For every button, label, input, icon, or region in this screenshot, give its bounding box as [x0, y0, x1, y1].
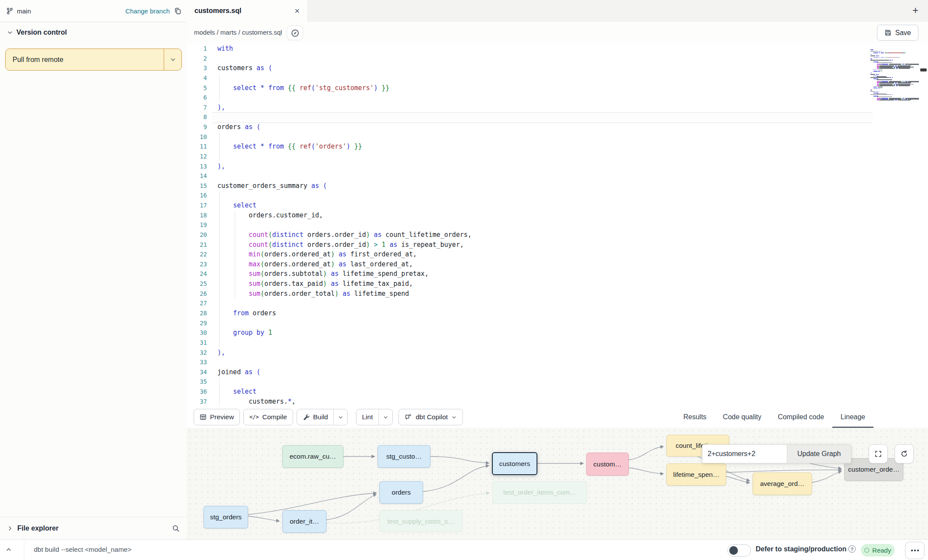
tab-customers-sql[interactable]: customers.sql ×	[187, 0, 308, 22]
line-number: 18	[187, 210, 207, 220]
tab-results[interactable]: Results	[675, 406, 715, 428]
code-line-15: 15customer_orders_summary as (	[187, 181, 928, 191]
line-number: 36	[187, 387, 207, 397]
code-line-34: 34joined as (	[187, 367, 928, 377]
chevron-right-icon	[7, 525, 13, 531]
line-number: 3	[187, 63, 207, 73]
help-icon[interactable]: ?	[848, 545, 856, 553]
minimap[interactable]	[870, 44, 919, 100]
lineage-node-customers[interactable]: customers	[492, 452, 537, 475]
copy-icon[interactable]	[174, 7, 181, 15]
code-line-14: 14	[187, 171, 928, 181]
line-number: 33	[187, 357, 207, 367]
code-line-6: 6	[187, 93, 928, 103]
code-line-16: 16	[187, 191, 928, 201]
wrench-icon	[303, 414, 310, 421]
code-line-25: 25 sum(orders.tax_paid) as lifetime_tax_…	[187, 279, 928, 289]
toggle-knob	[729, 546, 738, 555]
defer-toggle[interactable]	[728, 544, 751, 557]
code-line-11: 11 select * from {{ ref('orders') }}	[187, 142, 928, 152]
code-line-12: 12	[187, 152, 928, 162]
change-branch-link[interactable]: Change branch	[125, 7, 170, 15]
code-line-37: 37 customers.*,	[187, 397, 928, 406]
preview-button[interactable]: Preview	[194, 409, 240, 425]
divider	[24, 540, 24, 560]
tab-compiled-code[interactable]: Compiled code	[770, 406, 832, 428]
lint-options-caret[interactable]	[378, 409, 392, 425]
fullscreen-icon[interactable]	[869, 444, 888, 463]
line-number: 21	[187, 240, 207, 250]
code-line-9: 9orders as (	[187, 122, 928, 132]
copilot-caret-icon	[451, 414, 457, 420]
lineage-node-lifetime-spend[interactable]: lifetime_spen…	[666, 463, 726, 486]
code-line-19: 19	[187, 220, 928, 230]
version-control-header[interactable]: Version control	[7, 29, 67, 36]
line-number: 4	[187, 73, 207, 83]
lineage-node-orders[interactable]: orders	[379, 481, 423, 504]
save-button[interactable]: Save	[877, 25, 918, 41]
chevron-up-icon[interactable]	[5, 546, 12, 553]
lineage-node-average-order[interactable]: average_ord…	[753, 473, 812, 495]
copilot-label: dbt Copilot	[416, 413, 448, 421]
lineage-panel[interactable]: ecom.raw_cu…stg_custo…ordersstg_ordersor…	[187, 428, 928, 539]
line-number: 22	[187, 249, 207, 259]
pull-options-caret[interactable]	[164, 49, 181, 70]
code-line-17: 17 select	[187, 201, 928, 210]
code-line-31: 31	[187, 338, 928, 348]
update-graph-button[interactable]: Update Graph	[787, 444, 851, 463]
lint-button[interactable]: Lint	[356, 409, 393, 425]
code-line-4: 4	[187, 73, 928, 83]
lineage-node-stg-orders[interactable]: stg_orders	[204, 506, 248, 528]
line-number: 17	[187, 201, 207, 210]
code-line-24: 24 sum(orders.subtotal) as lifetime_spen…	[187, 269, 928, 279]
tab-code-quality[interactable]: Code quality	[715, 406, 770, 428]
pull-from-remote-button[interactable]: Pull from remote	[5, 49, 182, 71]
line-number: 11	[187, 142, 207, 152]
lineage-node-order-items[interactable]: order_it…	[282, 510, 327, 533]
line-number: 9	[187, 122, 207, 132]
lineage-node-test-supply-costs[interactable]: test_supply_costs_s…	[379, 510, 462, 532]
code-line-13: 13),	[187, 162, 928, 172]
lineage-selector-input[interactable]	[702, 444, 787, 463]
scrollbar-thumb[interactable]	[920, 68, 927, 71]
lineage-node-stg-customers[interactable]: stg_custo…	[378, 445, 430, 468]
lineage-node-customers-semantic[interactable]: custom…	[586, 453, 629, 476]
lineage-node-ecom-raw-customers[interactable]: ecom.raw_cu…	[282, 445, 343, 468]
build-label: Build	[313, 413, 328, 421]
branch-header: main Change branch	[0, 0, 187, 22]
build-button[interactable]: Build	[297, 409, 348, 425]
line-number: 8	[187, 112, 207, 122]
refresh-icon[interactable]	[895, 444, 914, 463]
close-tab-icon[interactable]: ×	[294, 6, 300, 15]
tab-lineage[interactable]: Lineage	[832, 406, 873, 428]
compass-icon[interactable]	[287, 26, 303, 40]
code-line-27: 27	[187, 298, 928, 308]
table-icon	[200, 414, 207, 421]
editor-tab-bar: customers.sql × +	[187, 0, 928, 22]
line-number: 10	[187, 132, 207, 142]
code-line-35: 35	[187, 377, 928, 387]
line-number: 16	[187, 191, 207, 201]
save-label: Save	[895, 29, 911, 37]
file-explorer-header[interactable]: File explorer	[0, 517, 187, 539]
command-input[interactable]: dbt build --select <model_name>	[34, 546, 132, 554]
tab-title: customers.sql	[194, 7, 241, 15]
ready-label: Ready	[872, 547, 891, 554]
version-control-title: Version control	[16, 29, 67, 36]
line-number: 30	[187, 328, 207, 338]
line-number: 13	[187, 162, 207, 172]
line-number: 37	[187, 397, 207, 406]
code-line-29: 29	[187, 318, 928, 328]
code-line-20: 20 count(distinct orders.order_id) as co…	[187, 230, 928, 240]
lineage-node-test-order-items[interactable]: test_order_items_com…	[492, 481, 587, 504]
search-icon[interactable]	[172, 524, 180, 532]
code-editor[interactable]: 1with23customers as (45 select * from {{…	[187, 43, 928, 406]
new-tab-button[interactable]: +	[912, 5, 918, 16]
compile-button[interactable]: </> Compile	[243, 409, 293, 425]
more-options-button[interactable]	[905, 542, 925, 559]
line-number: 1	[187, 44, 207, 54]
line-number: 12	[187, 152, 207, 162]
build-options-caret[interactable]	[333, 409, 347, 425]
dbt-copilot-button[interactable]: dbt Copilot	[398, 409, 463, 425]
line-number: 26	[187, 289, 207, 299]
